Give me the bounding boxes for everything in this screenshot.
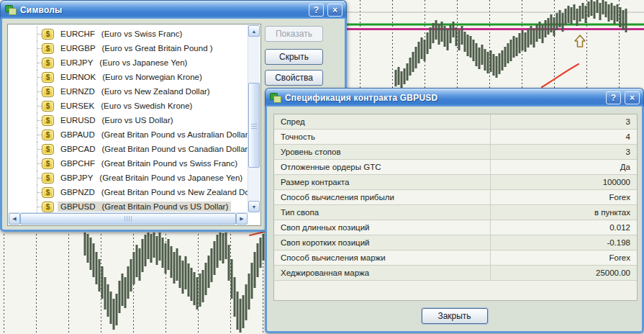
symbols-list-items: $EURCHF (Euro vs Swiss Franc)$EURGBP (Eu… [9,25,248,212]
vertical-scrollbar[interactable]: ▲ ▼ [248,25,260,212]
tree-connector [9,113,42,127]
symbol-item-gbpcad[interactable]: $GBPCAD (Great Britan Pound vs Canadian … [9,142,248,156]
spec-row-value: -0.198 [490,235,637,250]
symbol-item-eurusd[interactable]: $EURUSD (Euro vs US Dollar) [9,113,248,127]
symbol-item-eursek[interactable]: $EURSEK (Euro vs Swedish Krone) [9,99,248,113]
horizontal-scrollbar[interactable]: ◀ ▶ [9,212,248,225]
hide-button[interactable]: Скрыть [265,49,323,65]
spec-row: Хеджированная маржа25000.00 [274,266,637,281]
tree-connector [9,199,42,212]
dollar-coin-icon: $ [42,158,54,169]
symbol-item-gbpnzd[interactable]: $GBPNZD (Great Britan Pound vs New Zeala… [9,185,248,199]
spec-row-value: 0.012 [490,220,637,235]
symbol-item-eurjpy[interactable]: $EURJPY (Euro vs Japanese Yen) [9,55,248,70]
spec-row: Способ вычисления прибылиForex [274,190,637,205]
symbols-dialog-title: Символы [20,5,305,15]
spec-dialog-titlebar[interactable]: Спецификация контракта GBPUSD ? × [265,88,644,107]
dollar-coin-icon: $ [42,115,54,126]
dollar-coin-icon: $ [42,72,54,83]
tree-connector [9,55,42,70]
symbol-label: GBPNZD (Great Britan Pound vs New Zealan… [58,187,248,197]
dollar-coin-icon: $ [42,58,54,68]
scroll-down-button[interactable]: ▼ [248,201,260,212]
symbol-item-eurnok[interactable]: $EURNOK (Euro vs Norwegian Krone) [9,70,248,84]
spec-row: Своп коротких позиций-0.198 [274,235,637,250]
close-icon[interactable]: × [327,4,343,17]
horizontal-scroll-thumb[interactable] [20,213,236,225]
symbol-label: EURNZD (Euro vs New Zealand Dollar) [58,86,213,96]
dollar-coin-icon: $ [42,101,54,112]
tree-connector [9,171,42,185]
spec-row-value: 100000 [490,175,637,189]
symbol-label: EURGBP (Euro vs Great Britain Pound ) [58,43,216,53]
spec-row-value: 4 [490,130,637,144]
help-button[interactable]: ? [309,4,324,17]
dollar-coin-icon: $ [42,202,54,212]
price-bars-top-right [395,0,627,88]
symbols-dialog-titlebar[interactable]: Символы ? × [0,0,347,19]
symbol-item-gbpaud[interactable]: $GBPAUD (Great Britan Pound vs Australia… [9,127,248,142]
close-dialog-button[interactable]: Закрыть [422,308,488,324]
scroll-right-button[interactable]: ▶ [236,213,248,225]
symbol-label: GBPAUD (Great Britan Pound vs Australian… [58,130,248,140]
spec-row-label: Размер контракта [274,175,490,189]
symbol-label: GBPCAD (Great Britan Pound vs Canadian D… [58,144,248,154]
spec-row: Спред3 [274,114,637,130]
up-arrow-icon [575,35,585,47]
spec-row-label: Хеджированная маржа [274,266,490,280]
spec-row: Тип свопав пунктах [274,205,637,220]
symbol-label: GBPUSD (Great Britain Pound vs US Dollar… [58,202,231,212]
spec-row-value: Forex [490,250,637,265]
spec-row-label: Тип свопа [274,205,490,220]
symbol-label: EURCHF (Euro vs Swiss Franc) [58,29,185,39]
spec-row: Уровень стопов3 [274,145,637,160]
help-button[interactable]: ? [606,91,621,104]
tree-connector [9,84,42,99]
symbol-item-gbpchf[interactable]: $GBPCHF (Great Britain Pound vs Swiss Fr… [9,156,248,171]
spec-row-label: Точность [274,130,490,144]
tree-connector [9,142,42,156]
symbol-item-eurnzd[interactable]: $EURNZD (Euro vs New Zealand Dollar) [9,84,248,99]
tree-connector [9,156,42,171]
dollar-coin-icon: $ [42,187,54,198]
dollar-coin-icon: $ [42,130,54,140]
spec-row-label: Способ вычисления маржи [274,250,490,265]
symbol-item-eurchf[interactable]: $EURCHF (Euro vs Swiss Franc) [9,27,248,41]
spec-row: Своп длинных позиций0.012 [274,220,637,235]
tree-connector [9,99,42,113]
scroll-left-button[interactable]: ◀ [9,213,20,225]
spec-row-label: Своп длинных позиций [274,220,490,235]
scroll-up-button[interactable]: ▲ [248,25,260,37]
symbol-label: EURUSD (Euro vs US Dollar) [58,115,176,125]
spec-row-value: 3 [490,114,637,129]
spec-row-label: Спред [274,114,490,129]
spec-row: Точность4 [274,130,637,145]
window-icon [5,5,17,15]
spec-dialog-body: Спред3Точность4Уровень стопов3Отложенные… [265,107,644,333]
spec-row: Отложенные ордеры GTCДа [274,160,637,175]
spec-row-label: Своп коротких позиций [274,235,490,250]
vertical-scroll-thumb[interactable] [248,83,260,168]
dollar-coin-icon: $ [42,86,54,97]
symbol-item-gbpusd[interactable]: $GBPUSD (Great Britain Pound vs US Dolla… [9,199,248,212]
spec-row-value: Forex [490,190,637,204]
symbol-item-gbpjpy[interactable]: $GBPJPY (Great Britain Pound vs Japanese… [9,171,248,185]
spec-row-value: 3 [490,145,637,159]
spec-row-label: Уровень стопов [274,145,490,159]
contract-spec-dialog: Спецификация контракта GBPUSD ? × Спред3… [265,88,644,333]
application-window: Символы ? × $EURCHF (Euro vs Swiss Franc… [0,0,644,334]
close-icon[interactable]: × [625,91,640,104]
symbol-label: GBPCHF (Great Britain Pound vs Swiss Fra… [58,158,240,168]
show-button[interactable]: Показать [265,26,323,42]
properties-button[interactable]: Свойства [265,70,323,86]
symbol-item-eurgbp[interactable]: $EURGBP (Euro vs Great Britain Pound ) [9,41,248,55]
spec-row-label: Отложенные ордеры GTC [274,160,490,174]
dollar-coin-icon: $ [42,173,54,184]
dollar-coin-icon: $ [42,43,54,54]
spec-row-label: Способ вычисления прибыли [274,190,490,204]
symbol-label: EURSEK (Euro vs Swedish Krone) [58,101,195,111]
spec-row-value: 25000.00 [490,266,637,280]
spec-row-value: в пунктах [490,205,637,220]
tree-connector [9,27,42,41]
dollar-coin-icon: $ [42,29,54,40]
